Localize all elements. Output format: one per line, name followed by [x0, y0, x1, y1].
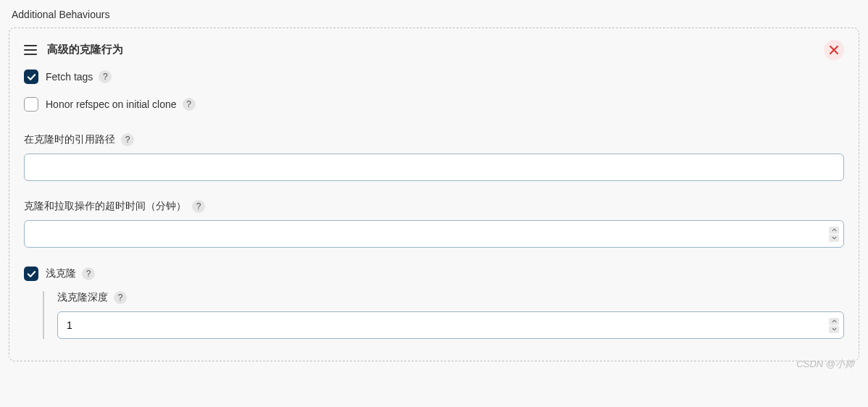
chevron-up-icon: [832, 319, 837, 323]
reference-path-input[interactable]: [24, 154, 844, 181]
shallow-depth-input-wrapper: [57, 311, 844, 339]
spinner-down-button[interactable]: [829, 326, 839, 333]
shallow-depth-input[interactable]: [67, 319, 829, 331]
shallow-clone-checkbox[interactable]: [24, 267, 38, 281]
timeout-label: 克隆和拉取操作的超时时间（分钟）: [24, 200, 186, 213]
check-icon: [27, 72, 36, 82]
spinner-up-button[interactable]: [829, 227, 839, 234]
help-icon[interactable]: ?: [114, 291, 127, 304]
check-icon: [27, 269, 36, 279]
fetch-tags-label: Fetch tags: [46, 71, 93, 83]
behaviour-panel: 高级的克隆行为 Fetch tags ? Honor refspec on in…: [9, 28, 859, 361]
timeout-input-wrapper: [24, 220, 844, 248]
help-icon[interactable]: ?: [183, 98, 196, 111]
close-icon: [830, 46, 838, 54]
reference-path-label: 在克隆时的引用路径: [24, 133, 115, 146]
panel-header: 高级的克隆行为: [24, 43, 844, 56]
fetch-tags-row: Fetch tags ?: [24, 70, 844, 84]
panel-title: 高级的克隆行为: [47, 43, 123, 56]
shallow-clone-row: 浅克隆 ?: [24, 267, 844, 281]
help-icon[interactable]: ?: [99, 70, 112, 83]
shallow-depth-label: 浅克隆深度: [57, 291, 108, 304]
timeout-spinner: [829, 227, 839, 242]
fetch-tags-checkbox[interactable]: [24, 70, 38, 84]
chevron-down-icon: [832, 327, 837, 331]
timeout-input[interactable]: [33, 228, 829, 240]
help-icon[interactable]: ?: [82, 267, 95, 280]
honor-refspec-row: Honor refspec on initial clone ?: [24, 97, 844, 112]
help-icon[interactable]: ?: [192, 200, 205, 213]
depth-spinner: [829, 318, 839, 333]
honor-refspec-checkbox[interactable]: [24, 97, 38, 112]
section-title: Additional Behaviours: [12, 9, 859, 20]
chevron-up-icon: [832, 228, 837, 232]
watermark-text: CSDN @小帅: [796, 358, 854, 370]
shallow-depth-block: 浅克隆深度 ?: [43, 291, 844, 339]
honor-refspec-label: Honor refspec on initial clone: [46, 98, 177, 110]
drag-handle-icon[interactable]: [24, 45, 37, 55]
close-button[interactable]: [824, 40, 844, 60]
shallow-clone-section: 浅克隆 ? 浅克隆深度 ?: [24, 267, 844, 339]
chevron-down-icon: [832, 236, 837, 240]
help-icon[interactable]: ?: [121, 133, 134, 146]
spinner-down-button[interactable]: [829, 235, 839, 242]
shallow-clone-label: 浅克隆: [46, 267, 76, 280]
timeout-group: 克隆和拉取操作的超时时间（分钟） ?: [24, 200, 844, 248]
spinner-up-button[interactable]: [829, 318, 839, 325]
reference-path-group: 在克隆时的引用路径 ?: [24, 133, 844, 181]
